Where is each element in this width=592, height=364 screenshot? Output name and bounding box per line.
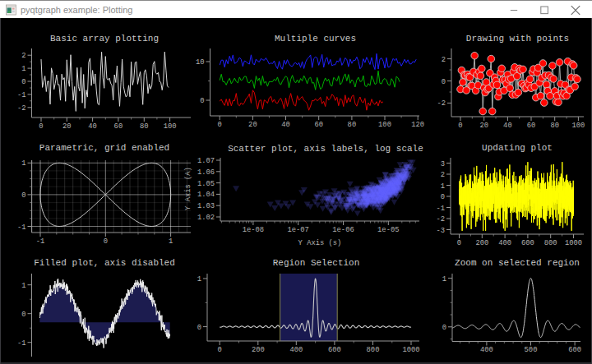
svg-text:0: 0 <box>442 78 446 86</box>
svg-text:-2: -2 <box>437 99 446 108</box>
svg-text:800: 800 <box>544 239 557 247</box>
svg-text:400: 400 <box>498 239 511 247</box>
svg-text:600: 600 <box>328 346 341 354</box>
svg-text:Y Axis (A): Y Axis (A) <box>184 167 192 210</box>
svg-text:Region Selection: Region Selection <box>273 258 360 268</box>
svg-text:1e-06: 1e-06 <box>332 226 354 234</box>
svg-text:0: 0 <box>104 237 108 246</box>
svg-text:600: 600 <box>521 239 534 247</box>
svg-text:100: 100 <box>164 122 177 131</box>
svg-text:Basic array plotting: Basic array plotting <box>50 34 159 44</box>
svg-text:-3: -3 <box>436 227 445 235</box>
svg-text:1000: 1000 <box>402 346 419 354</box>
svg-text:1.05: 1.05 <box>197 180 215 188</box>
svg-text:0: 0 <box>21 191 25 200</box>
svg-text:500: 500 <box>525 346 538 354</box>
svg-text:400: 400 <box>289 346 303 354</box>
svg-text:10: 10 <box>196 58 205 67</box>
svg-text:Y Axis (s): Y Axis (s) <box>298 239 342 247</box>
svg-text:800: 800 <box>367 346 380 354</box>
svg-text:1: 1 <box>169 237 173 246</box>
svg-text:200: 200 <box>475 239 488 247</box>
svg-text:1: 1 <box>197 275 201 283</box>
svg-text:40: 40 <box>88 122 97 131</box>
svg-text:20: 20 <box>479 122 488 130</box>
svg-text:2: 2 <box>442 56 446 64</box>
svg-text:1: 1 <box>442 275 446 283</box>
svg-text:120: 120 <box>411 121 424 129</box>
svg-text:60: 60 <box>527 122 536 130</box>
svg-text:1e-05: 1e-05 <box>377 226 399 234</box>
svg-text:-2: -2 <box>436 215 445 223</box>
svg-text:0: 0 <box>21 78 25 86</box>
svg-text:-1: -1 <box>36 237 45 246</box>
svg-text:1.02: 1.02 <box>197 214 215 222</box>
svg-text:-2: -2 <box>17 104 26 113</box>
svg-text:pyqtgraph example: Plotting: pyqtgraph example: Plotting <box>21 5 132 15</box>
svg-text:40: 40 <box>281 121 290 129</box>
svg-text:1.03: 1.03 <box>197 202 215 210</box>
svg-text:1e-07: 1e-07 <box>287 226 308 234</box>
svg-text:-1: -1 <box>17 223 26 232</box>
svg-text:80: 80 <box>140 122 149 131</box>
svg-text:1: 1 <box>441 182 445 191</box>
svg-text:0: 0 <box>442 324 446 332</box>
svg-text:400: 400 <box>480 346 493 354</box>
svg-text:200: 200 <box>252 346 265 354</box>
svg-text:100: 100 <box>378 121 391 129</box>
svg-text:0: 0 <box>21 311 25 319</box>
svg-text:2: 2 <box>21 52 25 60</box>
svg-text:1: 1 <box>21 65 25 73</box>
svg-text:Drawing with points: Drawing with points <box>466 34 569 44</box>
svg-text:1000: 1000 <box>565 239 582 247</box>
svg-text:0: 0 <box>39 122 43 131</box>
svg-text:80: 80 <box>348 121 357 129</box>
svg-text:0: 0 <box>218 121 222 129</box>
svg-text:0: 0 <box>200 97 204 105</box>
svg-text:600: 600 <box>568 346 581 354</box>
svg-text:-1: -1 <box>17 91 26 99</box>
svg-text:1: 1 <box>21 159 25 168</box>
svg-text:1.06: 1.06 <box>197 168 215 177</box>
svg-text:2: 2 <box>441 171 445 179</box>
svg-text:1.07: 1.07 <box>197 157 215 165</box>
svg-text:Zoom on selected region: Zoom on selected region <box>455 258 580 268</box>
svg-text:Updating plot: Updating plot <box>482 143 553 153</box>
svg-text:-1: -1 <box>436 205 445 213</box>
svg-text:20: 20 <box>62 122 72 131</box>
svg-text:Filled plot, axis disabled: Filled plot, axis disabled <box>34 258 175 268</box>
svg-text:60: 60 <box>114 122 123 131</box>
svg-text:Scatter plot, axis labels, log: Scatter plot, axis labels, log scale <box>228 144 423 154</box>
svg-text:0: 0 <box>457 239 461 247</box>
svg-text:Multiple curves: Multiple curves <box>275 34 356 44</box>
svg-text:0: 0 <box>197 324 201 332</box>
svg-text:Parametric, grid enabled: Parametric, grid enabled <box>39 143 169 153</box>
svg-text:80: 80 <box>550 122 559 130</box>
svg-text:40: 40 <box>503 122 512 130</box>
svg-text:0: 0 <box>441 193 445 201</box>
svg-text:20: 20 <box>248 121 257 129</box>
svg-text:1: 1 <box>21 282 25 290</box>
svg-text:1e-08: 1e-08 <box>243 226 264 234</box>
svg-text:100: 100 <box>571 122 585 130</box>
svg-text:0: 0 <box>218 346 222 354</box>
svg-text:60: 60 <box>314 121 323 129</box>
svg-text:0: 0 <box>458 122 462 130</box>
svg-text:-1: -1 <box>17 339 26 348</box>
svg-text:3: 3 <box>441 160 445 168</box>
svg-text:1.04: 1.04 <box>197 191 215 199</box>
